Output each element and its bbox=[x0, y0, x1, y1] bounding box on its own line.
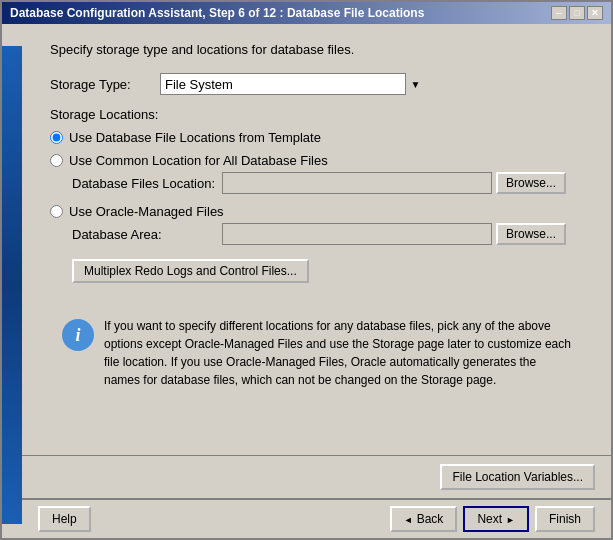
bottom-bar: File Location Variables... bbox=[22, 455, 611, 498]
footer-left: Help bbox=[38, 506, 91, 532]
finish-button[interactable]: Finish bbox=[535, 506, 595, 532]
radio-common-label: Use Common Location for All Database Fil… bbox=[69, 153, 328, 168]
window-title: Database Configuration Assistant, Step 6… bbox=[10, 6, 424, 20]
storage-type-select[interactable]: File System bbox=[160, 73, 425, 95]
back-arrow-icon bbox=[404, 512, 413, 526]
info-text: If you want to specify different locatio… bbox=[104, 317, 575, 389]
db-area-label: Database Area: bbox=[72, 227, 222, 242]
close-button[interactable]: ✕ bbox=[587, 6, 603, 20]
maximize-button[interactable]: □ bbox=[569, 6, 585, 20]
footer-bar: Help Back Next Finish bbox=[22, 498, 611, 538]
main-content: Specify storage type and locations for d… bbox=[22, 24, 611, 455]
radio-group: Use Database File Locations from Templat… bbox=[50, 130, 587, 245]
title-bar-controls: ─ □ ✕ bbox=[551, 6, 603, 20]
db-files-location-label: Database Files Location: bbox=[72, 176, 222, 191]
minimize-button[interactable]: ─ bbox=[551, 6, 567, 20]
radio-use-oracle[interactable]: Use Oracle-Managed Files bbox=[50, 204, 587, 219]
blue-stripe bbox=[2, 46, 22, 524]
db-area-browse-button[interactable]: Browse... bbox=[496, 223, 566, 245]
db-area-input[interactable] bbox=[222, 223, 492, 245]
file-location-variables-button[interactable]: File Location Variables... bbox=[440, 464, 595, 490]
storage-locations-label: Storage Locations: bbox=[50, 107, 587, 122]
db-files-browse-button[interactable]: Browse... bbox=[496, 172, 566, 194]
db-files-location-row: Database Files Location: Browse... bbox=[72, 172, 587, 194]
next-button[interactable]: Next bbox=[463, 506, 529, 532]
radio-common-input[interactable] bbox=[50, 154, 63, 167]
radio-use-template[interactable]: Use Database File Locations from Templat… bbox=[50, 130, 587, 145]
db-files-location-input[interactable] bbox=[222, 172, 492, 194]
radio-template-label: Use Database File Locations from Templat… bbox=[69, 130, 321, 145]
radio-use-common[interactable]: Use Common Location for All Database Fil… bbox=[50, 153, 587, 168]
footer-right: Back Next Finish bbox=[390, 506, 595, 532]
help-button[interactable]: Help bbox=[38, 506, 91, 532]
main-window: Database Configuration Assistant, Step 6… bbox=[0, 0, 613, 540]
info-box: i If you want to specify different locat… bbox=[50, 307, 587, 399]
description-text: Specify storage type and locations for d… bbox=[50, 42, 587, 57]
info-icon: i bbox=[62, 319, 94, 351]
db-area-row: Database Area: Browse... bbox=[72, 223, 587, 245]
content-area: Specify storage type and locations for d… bbox=[2, 24, 611, 538]
back-button[interactable]: Back bbox=[390, 506, 458, 532]
next-arrow-icon bbox=[506, 512, 515, 526]
multiplex-button[interactable]: Multiplex Redo Logs and Control Files... bbox=[72, 259, 309, 283]
radio-oracle-label: Use Oracle-Managed Files bbox=[69, 204, 224, 219]
radio-template-input[interactable] bbox=[50, 131, 63, 144]
storage-type-label: Storage Type: bbox=[50, 77, 160, 92]
radio-oracle-input[interactable] bbox=[50, 205, 63, 218]
storage-type-dropdown-wrapper: File System ▼ bbox=[160, 73, 425, 95]
title-bar: Database Configuration Assistant, Step 6… bbox=[2, 2, 611, 24]
storage-type-row: Storage Type: File System ▼ bbox=[50, 73, 587, 95]
